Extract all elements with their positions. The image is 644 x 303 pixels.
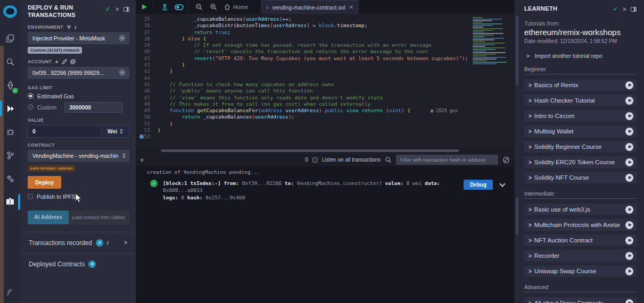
tab-vending-machine-contract[interactable]: ⬨ vending-machine-contract.sol ✕ <box>261 0 359 14</box>
tutorial-item[interactable]: >Multisig Wallet <box>524 125 637 137</box>
settings-icon[interactable] <box>0 169 20 188</box>
tutorial-item[interactable]: >Multichain Protocols with Axelar <box>524 219 637 231</box>
transactions-expand-icon[interactable]: > <box>124 240 127 246</box>
code-line-53[interactable]: 53 <box>136 133 514 140</box>
start-tutorial-play-icon[interactable] <box>625 206 633 214</box>
learneth-collapse-icon[interactable]: > <box>623 6 626 12</box>
run-script-icon[interactable] <box>138 2 151 12</box>
account-settings-icon[interactable] <box>119 69 126 76</box>
listen-transactions-checkbox[interactable] <box>312 157 318 163</box>
code-line-46[interactable]: 46// 'public' means anyone can call this… <box>136 88 514 94</box>
code-line-45[interactable]: 45// Function to check how many cupcakes… <box>136 81 514 88</box>
start-tutorial-play-icon[interactable] <box>625 158 633 166</box>
estimated-gas-radio[interactable] <box>28 93 34 99</box>
deploy-button[interactable]: Deploy <box>28 176 61 189</box>
code-editor[interactable]: 35_cupcakeBalances[userAddress]++;36_cup… <box>136 14 514 148</box>
learneth-plugin-icon[interactable] <box>0 192 20 212</box>
tutorial-expand-icon[interactable]: > <box>529 175 532 181</box>
tutorial-item[interactable]: >Basic use of web3.js <box>524 204 637 215</box>
start-tutorial-play-icon[interactable] <box>625 267 633 275</box>
tutorial-expand-icon[interactable]: > <box>529 82 532 88</box>
start-tutorial-play-icon[interactable] <box>625 112 633 120</box>
panel-scrollbar-thumb2[interactable] <box>516 198 518 235</box>
terminal-filter-input[interactable] <box>396 155 498 165</box>
tutorial-expand-icon[interactable]: > <box>529 300 532 303</box>
code-line-36[interactable]: 36_cupcakeDistributionTimes[userAddress]… <box>136 22 514 29</box>
transaction-log-entry[interactable]: ✓ [block:1 txIndex:-] from: 0xf39...9226… <box>147 180 510 201</box>
start-tutorial-play-icon[interactable] <box>625 97 633 105</box>
hscrollbar-thumb[interactable] <box>161 149 459 152</box>
tutorial-item[interactable]: >All about Proxy Contracts <box>524 297 637 303</box>
start-tutorial-play-icon[interactable] <box>625 174 633 182</box>
clear-console-icon[interactable] <box>502 156 510 164</box>
tutorial-item[interactable]: >Solidity NFT Course <box>524 172 637 183</box>
add-account-icon[interactable]: + <box>55 58 59 65</box>
tutorial-item[interactable]: >Uniswap Swap Course <box>524 265 637 277</box>
code-line-39[interactable]: 39// If not enough time has passed, reve… <box>136 42 514 48</box>
code-line-51[interactable]: 51} <box>136 121 514 127</box>
zoom-out-icon[interactable] <box>193 2 205 12</box>
panel-scrollbar-thumb[interactable] <box>516 16 518 85</box>
account-select[interactable]: 0xf39...92266 (9999.99929... <box>28 67 129 79</box>
environment-settings-icon[interactable] <box>119 35 126 41</box>
code-line-41[interactable]: 41revert("HTTP 429: Too Many Cupcakes (y… <box>136 55 514 62</box>
code-line-40[interactable]: 40// 'revert' cancels the transaction an… <box>136 48 514 55</box>
solidity-compiler-icon[interactable]: ✓ <box>0 75 20 95</box>
transactions-recorded-row[interactable]: Transactions recorded 2 i > <box>28 232 129 253</box>
panel-collapse-icon[interactable]: > <box>115 6 119 12</box>
tutorial-expand-icon[interactable]: > <box>529 144 532 150</box>
import-tutorial-repo[interactable]: > Import another tutorial repo <box>526 53 637 59</box>
at-address-input[interactable] <box>69 211 129 224</box>
start-tutorial-play-icon[interactable] <box>625 237 633 245</box>
zoom-in-icon[interactable] <box>207 2 220 12</box>
plugin-manager-icon[interactable] <box>0 283 20 302</box>
breakpoint-dot[interactable] <box>139 134 144 139</box>
contract-select[interactable]: VendingMachine - vending-machin <box>28 150 129 162</box>
tutorial-item[interactable]: >Hash Checker Tutorial <box>524 95 637 106</box>
tutorial-item[interactable]: >Intro to Circom <box>524 110 637 122</box>
start-tutorial-play-icon[interactable] <box>625 81 633 89</box>
toggle-icon[interactable] <box>172 2 185 12</box>
code-line-35[interactable]: 35_cupcakeBalances[userAddress]++; <box>136 16 514 22</box>
editor-minimap[interactable] <box>473 17 513 68</box>
transactions-info-icon[interactable]: i <box>107 240 109 246</box>
home-tab[interactable]: Home <box>220 4 252 10</box>
tutorial-expand-icon[interactable]: > <box>529 207 532 213</box>
tutorial-expand-icon[interactable]: > <box>529 159 532 165</box>
code-line-42[interactable]: 42} <box>136 62 514 68</box>
code-line-47[interactable]: 47// 'view' means this function only rea… <box>136 95 514 101</box>
deployed-contracts-row[interactable]: Deployed Contracts 0 <box>28 254 129 274</box>
tutorial-expand-icon[interactable]: > <box>529 129 532 134</box>
search-icon[interactable] <box>0 52 20 71</box>
value-unit-select[interactable]: Wei <box>101 125 129 137</box>
sign-message-icon[interactable] <box>62 59 67 64</box>
tx-expand-chevron-icon[interactable] <box>499 181 505 187</box>
panel-layout-icon[interactable] <box>123 7 129 12</box>
start-tutorial-play-icon[interactable] <box>625 128 633 136</box>
close-tab-icon[interactable]: ✕ <box>349 4 353 10</box>
start-tutorial-play-icon[interactable] <box>625 299 633 303</box>
tutorial-expand-icon[interactable]: > <box>529 268 532 274</box>
tutorial-expand-icon[interactable]: > <box>529 113 532 119</box>
code-line-50[interactable]: 50return _cupcakeBalances[userAddress]; <box>136 114 514 120</box>
value-input[interactable]: 0 <box>28 125 101 137</box>
code-line-38[interactable]: 38} else { <box>136 36 514 42</box>
tutorial-item[interactable]: >Recorder <box>524 250 637 262</box>
tutorial-item[interactable]: >Basics of Remix <box>524 79 637 91</box>
publish-ipfs-checkbox[interactable] <box>28 194 33 199</box>
custom-gas-input[interactable] <box>64 102 123 113</box>
debugger-icon[interactable] <box>0 122 20 141</box>
deploy-and-run-icon[interactable] <box>0 99 20 118</box>
tutorial-expand-icon[interactable]: > <box>529 222 532 228</box>
environment-select[interactable]: Injected Provider - MetaMask <box>28 32 129 44</box>
editor-hscrollbar[interactable] <box>136 148 514 153</box>
custom-gas-radio[interactable] <box>28 104 34 110</box>
file-explorer-icon[interactable] <box>0 29 20 48</box>
code-line-43[interactable]: 43} <box>136 68 514 74</box>
tutorial-item[interactable]: >Solidity ERC20 Token Course <box>524 156 637 168</box>
tutorial-item[interactable]: >Solidity Beginner Course <box>524 141 637 153</box>
learneth-layout-icon[interactable] <box>631 7 637 12</box>
debug-button[interactable]: Debug <box>464 180 493 190</box>
terminal-expand-icon[interactable]: » <box>138 156 146 164</box>
code-line-44[interactable]: 44 <box>136 75 514 81</box>
